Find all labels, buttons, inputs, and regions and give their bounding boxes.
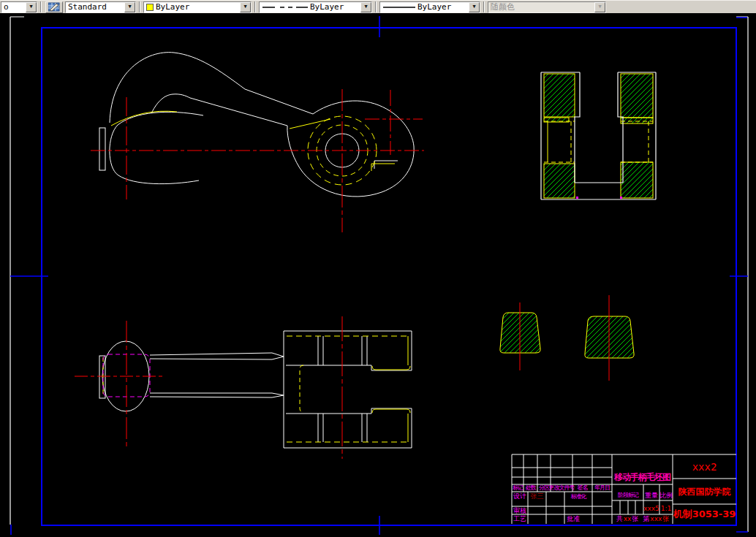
header-label-docno: 更改文件号 — [551, 484, 572, 492]
color-combo-value: ByLayer — [154, 2, 240, 12]
header-label-mark: 标记 — [512, 484, 523, 492]
layer-grid-pencil-icon — [48, 2, 60, 12]
sheet-info-part: xx — [624, 516, 632, 522]
color-swatch — [146, 4, 154, 11]
linetype-sample-icon — [262, 4, 308, 10]
chevron-down-icon[interactable]: ▼ — [360, 2, 371, 12]
header-label-count: 处数 — [523, 484, 537, 492]
chevron-down-icon[interactable]: ▼ — [124, 2, 135, 12]
approve-label: 批准 — [564, 515, 583, 523]
trapezoid-section-small — [500, 302, 540, 370]
lineweight-combo[interactable]: ByLayer ▼ — [379, 1, 480, 13]
weight-label: 重量 — [643, 491, 659, 500]
drawing-canvas[interactable]: 标记 处数 分区 更改文件号 签名 年月日 设计 张三 标准化 审核 工艺 批准… — [0, 13, 756, 537]
header-label-sign: 签名 — [572, 484, 592, 492]
toolbar-separator — [254, 1, 256, 12]
header-label-date: 年月日 — [592, 484, 612, 492]
process-label: 工艺 — [512, 515, 528, 523]
sheet-info-part: 张 — [632, 516, 638, 522]
style-combo-value: Standard — [66, 2, 124, 12]
lineweight-combo-value: ByLayer — [415, 2, 469, 12]
toolbar-separator — [139, 1, 140, 12]
style-combo[interactable]: Standard ▼ — [65, 1, 136, 13]
standardization-label: 标准化 — [564, 492, 592, 500]
code-bottom: 机制3053-39 — [673, 504, 736, 524]
layer-combo-value: o — [1, 2, 26, 12]
plotstyle-combo-value: 随颜色 — [488, 1, 594, 12]
layer-combo-partial[interactable]: o ▼ — [1, 1, 37, 13]
sheet-info-part: 共 — [616, 516, 623, 522]
company-name: 陕西国防学院 — [673, 479, 736, 504]
code-top: xxx2 — [673, 454, 736, 479]
lever-top-view — [91, 53, 424, 232]
lever-side-view — [75, 316, 412, 459]
sheet-info-part: xxx — [650, 516, 662, 522]
fork-section-view — [541, 72, 656, 199]
sheet-info-part: 张 — [662, 516, 669, 522]
sheet-info: 共 xx 张 第 xxx 张 — [613, 515, 673, 523]
toolbar-separator — [375, 1, 377, 12]
design-label: 设计 — [512, 492, 528, 500]
chevron-down-icon[interactable]: ▼ — [26, 2, 37, 12]
weight-value: xxx5 — [643, 504, 659, 513]
chevron-down-icon[interactable]: ▼ — [469, 2, 480, 12]
toolbar-separator — [40, 1, 42, 12]
chevron-down-icon[interactable]: ▼ — [240, 2, 251, 12]
drawing-title: 移动手柄毛坯图 — [612, 454, 673, 484]
lineweight-sample-icon — [383, 4, 415, 10]
color-combo[interactable]: ByLayer ▼ — [143, 1, 252, 13]
linetype-combo[interactable]: ByLayer ▼ — [259, 1, 372, 13]
make-layer-current-button[interactable] — [45, 1, 63, 13]
linetype-combo-value: ByLayer — [308, 2, 360, 12]
plotstyle-combo: 随颜色 ▼ — [488, 1, 606, 13]
stage-label: 阶段标记 — [613, 491, 643, 500]
sheet-info-part: 第 — [643, 516, 649, 522]
designer-name: 张三 — [528, 492, 546, 500]
scale-value: 1:1 — [659, 504, 673, 513]
toolbar-separator — [483, 1, 485, 12]
toolbar: o ▼ Standard ▼ ByLayer ▼ ByLayer ▼ — [0, 0, 756, 13]
scale-label: 比例 — [659, 491, 673, 500]
trapezoid-section-large — [585, 295, 634, 381]
check-label: 审核 — [512, 507, 528, 514]
chevron-down-icon: ▼ — [594, 2, 605, 12]
